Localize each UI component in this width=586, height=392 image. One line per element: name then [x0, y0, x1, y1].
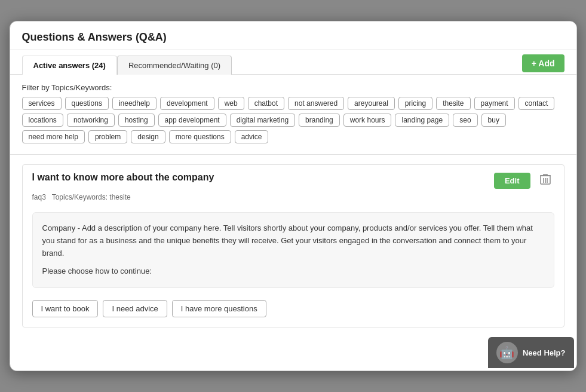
- bottom-area: 🤖 Need Help?: [10, 337, 576, 370]
- filter-tag[interactable]: services: [22, 97, 62, 110]
- tab-active-answers[interactable]: Active answers (24): [22, 56, 117, 75]
- filter-tag[interactable]: web: [218, 97, 244, 110]
- filter-tag[interactable]: ineedhelp: [112, 97, 157, 110]
- tags-container: servicesquestionsineedhelpdevelopmentweb…: [22, 97, 564, 143]
- answer-actions: I want to bookI need adviceI have more q…: [23, 293, 564, 327]
- filter-tag[interactable]: locations: [22, 114, 63, 127]
- filter-tag[interactable]: hosting: [118, 114, 155, 127]
- filter-tag[interactable]: pricing: [398, 97, 432, 110]
- filter-tag[interactable]: seo: [453, 114, 477, 127]
- answer-body-paragraph1: Company - Add a description of your comp…: [42, 222, 544, 259]
- filter-tag[interactable]: advice: [235, 130, 269, 143]
- filter-tag[interactable]: need more help: [22, 130, 85, 143]
- filter-tag[interactable]: buy: [481, 114, 506, 127]
- filter-tag[interactable]: notworking: [67, 114, 115, 127]
- filter-tag[interactable]: questions: [65, 97, 109, 110]
- filter-label: Filter by Topics/Keywords:: [22, 83, 564, 92]
- filter-tag[interactable]: contact: [518, 97, 555, 110]
- window-header: Questions & Answers (Q&A): [10, 22, 576, 50]
- edit-button[interactable]: Edit: [494, 173, 530, 189]
- page-title: Questions & Answers (Q&A): [22, 31, 167, 43]
- answer-card: I want to know more about the company Ed…: [22, 164, 564, 327]
- answer-id: faq3: [32, 193, 46, 201]
- action-button[interactable]: I want to book: [32, 300, 99, 317]
- filter-tag[interactable]: areyoureal: [348, 97, 395, 110]
- content-area: I want to know more about the company Ed…: [10, 155, 576, 337]
- answer-keywords: Topics/Keywords: thesite: [52, 193, 131, 201]
- need-help-widget[interactable]: 🤖 Need Help?: [488, 337, 574, 368]
- filter-tag[interactable]: development: [160, 97, 214, 110]
- action-button[interactable]: I have more questions: [172, 300, 266, 317]
- filter-tag[interactable]: digital marketing: [230, 114, 295, 127]
- filter-tag[interactable]: app development: [158, 114, 226, 127]
- filter-tag[interactable]: payment: [474, 97, 515, 110]
- answer-header: I want to know more about the company Ed…: [23, 165, 564, 192]
- answer-body: Company - Add a description of your comp…: [32, 212, 554, 288]
- tabs-row: Active answers (24) Recommended/Waiting …: [10, 50, 576, 75]
- answer-title-block: I want to know more about the company: [32, 172, 214, 183]
- need-help-label: Need Help?: [523, 348, 566, 357]
- filter-tag[interactable]: landing page: [395, 114, 449, 127]
- main-window: Questions & Answers (Q&A) Active answers…: [10, 21, 577, 371]
- filter-tag[interactable]: design: [131, 130, 165, 143]
- filter-tag[interactable]: work hours: [343, 114, 392, 127]
- filter-tag[interactable]: more questions: [169, 130, 231, 143]
- filter-tag[interactable]: branding: [299, 114, 340, 127]
- answer-meta: faq3 Topics/Keywords: thesite: [23, 192, 564, 207]
- filter-tag[interactable]: chatbot: [248, 97, 284, 110]
- answer-body-paragraph2: Please choose how to continue:: [42, 265, 544, 278]
- robot-icon: 🤖: [496, 342, 518, 363]
- filter-tag[interactable]: problem: [88, 130, 127, 143]
- action-button[interactable]: I need advice: [103, 300, 167, 317]
- answer-header-actions: Edit: [494, 172, 554, 189]
- delete-button[interactable]: [536, 172, 554, 189]
- add-button[interactable]: + Add: [522, 54, 564, 72]
- filter-tag[interactable]: not answered: [288, 97, 344, 110]
- filter-section: Filter by Topics/Keywords: servicesquest…: [10, 75, 576, 147]
- answer-title: I want to know more about the company: [32, 172, 214, 183]
- filter-tag[interactable]: thesite: [436, 97, 470, 110]
- tab-recommended[interactable]: Recommended/Waiting (0): [117, 56, 232, 75]
